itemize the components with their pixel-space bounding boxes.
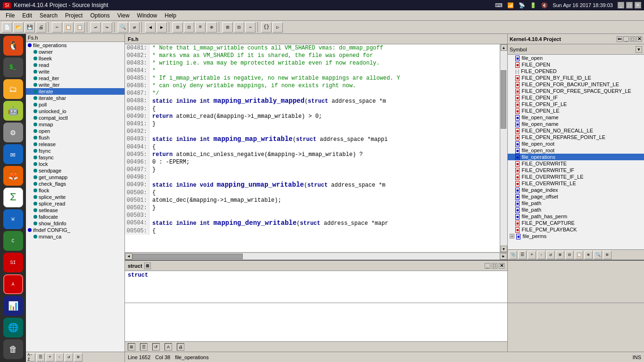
file-toolbar-remove[interactable]: - [55, 353, 64, 362]
code-scroll[interactable]: 00481: * Note that i_mmap_writable count… [125, 44, 500, 252]
new-button[interactable]: 📄 [2, 22, 12, 33]
scroll-track[interactable] [500, 51, 507, 246]
symbol-item-FILE_OVERWRITE_LE[interactable]: ■FILE_OVERWRITE_LE [508, 180, 644, 187]
sym-toolbar-3[interactable]: + [528, 251, 536, 259]
symbol-item-FILE_OPEN[interactable]: ■FILE_OPEN [508, 61, 644, 68]
code-line[interactable]: 00483: * writing i.e. vma may be mprotec… [125, 59, 500, 67]
redo-button[interactable]: ↪ [102, 22, 112, 33]
tree-item-fasync[interactable]: fasync [26, 154, 124, 161]
dock-calc[interactable]: Σ [3, 188, 23, 207]
open-button[interactable]: 📂 [13, 22, 24, 33]
tree-item-splice_write[interactable]: splice_write [26, 194, 124, 200]
scroll-down-arrow[interactable]: ▼ [501, 246, 507, 252]
scroll-up-arrow[interactable]: ▲ [501, 44, 507, 51]
code-line[interactable]: 00484: * [125, 67, 500, 74]
symbol-item-file_open_name[interactable]: ■file_open_name [508, 114, 644, 121]
code-line[interactable]: 00493:static inline int mapping_map_writ… [125, 135, 500, 143]
sym-toolbar-6[interactable]: ⊞ [556, 251, 564, 259]
symbol-item-FILE_PCM_PLAYBACK[interactable]: ■FILE_PCM_PLAYBACK [508, 226, 644, 233]
dock-sysmon[interactable]: 📊 [3, 296, 23, 316]
tree-item-release[interactable]: release [26, 141, 124, 148]
symbol-item-FILE_OPEN_IF[interactable]: ■FILE_OPEN_IF [508, 94, 644, 101]
code-scrollbar-v[interactable]: ▲ ▼ [500, 44, 507, 252]
dock-sourceinsight[interactable]: A [3, 274, 23, 294]
statusbar-icon3[interactable]: ↺ [152, 343, 160, 351]
panel-maximize[interactable]: □ [630, 36, 636, 42]
tb-extra4[interactable]: ⊕ [206, 22, 217, 33]
tb-func2[interactable]: ▷ [272, 22, 283, 33]
code-line[interactable]: 00489:{ [125, 105, 500, 113]
sym-expand-icon[interactable]: + [510, 234, 514, 239]
tree-item-llseek[interactable]: llseek [26, 55, 124, 62]
menu-help[interactable]: Help [161, 11, 180, 20]
symbol-item-FILE_OPEN_LE[interactable]: ■FILE_OPEN_LE [508, 107, 644, 114]
tb-extra7[interactable]: ⋯ [245, 22, 256, 33]
dock-mail[interactable]: ✉ [3, 144, 23, 164]
cut-button[interactable]: ✂ [52, 22, 62, 33]
code-line[interactable]: 00500:{ [125, 189, 500, 197]
dock-settings[interactable]: ⚙ [3, 123, 23, 142]
file-toolbar-settings[interactable]: ⚙ [74, 353, 83, 362]
tree-item-mman_ca[interactable]: mman_ca [26, 233, 124, 240]
symbol-item-file_operations[interactable]: ■file_operations [508, 154, 644, 160]
save-button[interactable]: 💾 [25, 22, 35, 33]
sym-toolbar-1[interactable]: 📎 [509, 251, 517, 259]
symbol-item-file_open_name[interactable]: ■file_open_name [508, 121, 644, 127]
menu-view[interactable]: View [114, 11, 133, 20]
close-button[interactable]: ✕ [635, 2, 641, 8]
symbol-item-FILE_OPEN_BY_FILE_ID_LE[interactable]: ■FILE_OPEN_BY_FILE_ID_LE [508, 74, 644, 81]
code-line[interactable]: 00488:static inline int mapping_writably… [125, 97, 500, 105]
symbol-dropdown[interactable]: ▼ [636, 46, 642, 53]
minimize-button[interactable]: _ [618, 2, 624, 8]
tree-item-ifndef_CONFIG_[interactable]: ifndef CONFIG_ [26, 227, 124, 233]
h-scroll-track[interactable] [132, 253, 500, 260]
tree-item-file_operations[interactable]: file_operations [26, 42, 124, 49]
struct-minimize[interactable]: _ [485, 263, 490, 269]
menu-window[interactable]: Window [133, 11, 161, 20]
code-line[interactable]: 00486: * can only deny writable mappings… [125, 82, 500, 90]
replace-button[interactable]: ⇄ [129, 22, 140, 33]
code-line[interactable]: 00481: * Note that i_mmap_writable count… [125, 44, 500, 52]
code-line[interactable]: 00491:} [125, 120, 500, 128]
sym-toolbar-2[interactable]: ☰ [518, 251, 527, 259]
tree-item-compat_ioctl[interactable]: compat_ioctl [26, 115, 124, 121]
sym-toolbar-5[interactable]: ↺ [546, 251, 555, 259]
tree-item-fsync[interactable]: fsync [26, 148, 124, 154]
dock-writer[interactable]: W [3, 209, 23, 229]
tree-item-unlocked_io[interactable]: unlocked_io [26, 108, 124, 115]
dock-trash[interactable]: 🗑 [3, 339, 23, 359]
tree-item-sendpage[interactable]: sendpage [26, 167, 124, 174]
code-line[interactable]: 00487: */ [125, 90, 500, 97]
file-toolbar-list[interactable]: ☰ [36, 353, 45, 362]
statusbar-icon2[interactable]: ☰ [140, 343, 148, 351]
menu-project[interactable]: Project [61, 11, 86, 20]
code-line[interactable]: 00501: atomic_dec(&mapping->i_mmap_writa… [125, 197, 500, 204]
tree-item-mmap[interactable]: mmap [26, 121, 124, 128]
symbol-item-file_path_has_perm[interactable]: ■file_path_has_perm [508, 213, 644, 220]
tree-item-poll[interactable]: poll [26, 101, 124, 108]
symbol-item-file_perms[interactable]: +■file_perms [508, 233, 644, 239]
symbol-item-FILE_OPEN_NO_RECALL_LE[interactable]: ■FILE_OPEN_NO_RECALL_LE [508, 127, 644, 134]
tree-item-flush[interactable]: flush [26, 134, 124, 141]
code-line[interactable]: 00497:} [125, 166, 500, 173]
scroll-right-arrow[interactable]: ▶ [500, 253, 507, 260]
panel-close[interactable]: ✕ [636, 36, 642, 42]
symbol-item-file_open_root[interactable]: ■file_open_root [508, 140, 644, 147]
file-toolbar-az[interactable]: A-Z [27, 353, 35, 362]
back-button[interactable]: ◀ [145, 22, 156, 33]
dock-ubuntu[interactable]: 🐧 [3, 36, 23, 56]
struct-close[interactable]: ✕ [499, 263, 504, 269]
struct-maximize[interactable]: □ [492, 263, 497, 269]
tb-extra5[interactable]: ⊞ [223, 22, 233, 33]
dock-firefox[interactable]: 🦊 [3, 166, 23, 186]
code-line[interactable]: 00505:{ [125, 227, 500, 235]
scroll-thumb[interactable] [501, 70, 506, 129]
symbol-item-file_page_offset[interactable]: ■file_page_offset [508, 193, 644, 200]
file-toolbar-refresh[interactable]: ↺ [65, 353, 73, 362]
symbol-item-FILE_OPEN_REPARSE_POINT_LE[interactable]: ■FILE_OPEN_REPARSE_POINT_LE [508, 134, 644, 140]
tb-extra1[interactable]: ⊞ [173, 22, 183, 33]
copy-button[interactable]: 📋 [63, 22, 74, 33]
dock-impress[interactable]: SI [3, 253, 23, 272]
statusbar-icon5[interactable]: 🖨 [177, 343, 184, 351]
tb-func1[interactable]: {} [261, 22, 272, 33]
